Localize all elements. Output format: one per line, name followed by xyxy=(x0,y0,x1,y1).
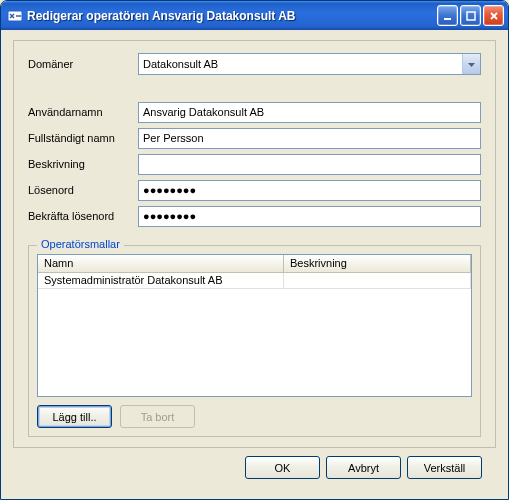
maximize-button[interactable] xyxy=(460,5,481,26)
row-description xyxy=(284,273,471,288)
svg-rect-2 xyxy=(467,12,475,20)
description-input[interactable] xyxy=(138,154,481,175)
table-row[interactable]: Systemadministratör Datakonsult AB xyxy=(38,273,471,289)
password-label: Lösenord xyxy=(28,184,138,196)
cancel-button[interactable]: Avbryt xyxy=(326,456,401,479)
domains-label: Domäner xyxy=(28,58,138,70)
main-panel: Domäner Datakonsult AB Användarnamn xyxy=(13,40,496,448)
close-button[interactable] xyxy=(483,5,504,26)
dialog-footer: OK Avbryt Verkställ xyxy=(13,448,496,489)
username-label: Användarnamn xyxy=(28,106,138,118)
titlebar[interactable]: Redigerar operatören Ansvarig Datakonsul… xyxy=(1,1,508,30)
templates-group-title: Operatörsmallar xyxy=(37,238,124,250)
apply-button[interactable]: Verkställ xyxy=(407,456,482,479)
table-body: Systemadministratör Datakonsult AB xyxy=(38,273,471,396)
dialog-window: Redigerar operatören Ansvarig Datakonsul… xyxy=(0,0,509,500)
window-controls xyxy=(437,5,504,26)
row-name: Systemadministratör Datakonsult AB xyxy=(38,273,284,288)
add-button[interactable]: Lägg till.. xyxy=(37,405,112,428)
templates-group: Operatörsmallar Namn Beskrivning Systema… xyxy=(28,245,481,437)
svg-rect-1 xyxy=(444,18,451,20)
column-name[interactable]: Namn xyxy=(38,255,284,272)
app-icon xyxy=(7,8,23,24)
description-label: Beskrivning xyxy=(28,158,138,170)
domains-value: Datakonsult AB xyxy=(143,58,462,70)
fullname-input[interactable] xyxy=(138,128,481,149)
password-input[interactable] xyxy=(138,180,481,201)
table-header: Namn Beskrivning xyxy=(38,255,471,273)
username-input[interactable] xyxy=(138,102,481,123)
content-area: Domäner Datakonsult AB Användarnamn xyxy=(1,30,508,499)
column-description[interactable]: Beskrivning xyxy=(284,255,471,272)
templates-table[interactable]: Namn Beskrivning Systemadministratör Dat… xyxy=(37,254,472,397)
remove-button: Ta bort xyxy=(120,405,195,428)
template-buttons: Lägg till.. Ta bort xyxy=(37,405,472,428)
minimize-button[interactable] xyxy=(437,5,458,26)
confirm-password-label: Bekräfta lösenord xyxy=(28,210,138,222)
row-spacer xyxy=(28,79,481,97)
domains-combobox[interactable]: Datakonsult AB xyxy=(138,53,481,75)
ok-button[interactable]: OK xyxy=(245,456,320,479)
fullname-label: Fullständigt namn xyxy=(28,132,138,144)
confirm-password-input[interactable] xyxy=(138,206,481,227)
chevron-down-icon[interactable] xyxy=(462,54,480,74)
window-title: Redigerar operatören Ansvarig Datakonsul… xyxy=(27,9,437,23)
